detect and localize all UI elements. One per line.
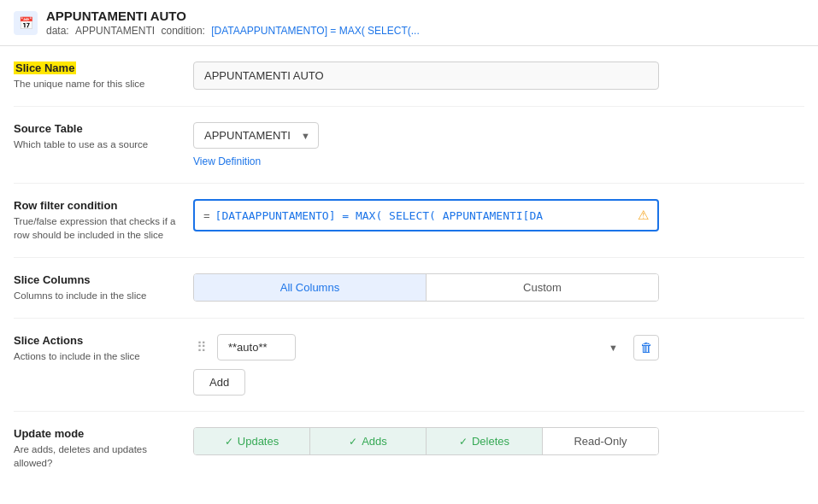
slice-actions-item-row: ⠿ **auto** ▼ 🗑: [193, 334, 659, 360]
add-action-btn[interactable]: Add: [193, 369, 245, 396]
slice-actions-control: ⠿ **auto** ▼ 🗑 Add: [193, 334, 804, 396]
page-subtitle: data: APPUNTAMENTI condition: [DATAAPPUN…: [46, 25, 420, 37]
slice-columns-label: Slice Columns: [14, 273, 179, 286]
row-filter-control: = [DATAAPPUNTAMENTO] = MAX( SELECT( APPU…: [193, 199, 804, 231]
slice-name-input[interactable]: [193, 62, 659, 90]
slice-name-label-col: Slice Name The unique name for this slic…: [14, 62, 193, 91]
slice-name-label: Slice Name: [14, 62, 179, 74]
custom-columns-btn[interactable]: Custom: [427, 274, 658, 301]
updates-label: Updates: [238, 435, 279, 448]
updates-btn[interactable]: ✓ Updates: [194, 428, 310, 454]
adds-btn[interactable]: ✓ Adds: [310, 428, 427, 454]
slice-actions-label-col: Slice Actions Actions to include in the …: [14, 334, 193, 363]
slice-columns-desc: Columns to include in the slice: [14, 289, 179, 302]
slice-name-desc: The unique name for this slice: [14, 77, 179, 91]
source-table-label: Source Table: [14, 122, 179, 135]
row-filter-label: Row filter condition: [14, 199, 179, 212]
row-filter-label-col: Row filter condition True/false expressi…: [14, 199, 193, 242]
source-table-control: APPUNTAMENTI ▼ View Definition: [193, 122, 804, 167]
slice-name-row: Slice Name The unique name for this slic…: [14, 46, 804, 107]
slice-actions-label: Slice Actions: [14, 334, 179, 347]
slice-name-highlight: Slice Name: [14, 62, 76, 74]
header-content: APPUNTAMENTI AUTO data: APPUNTAMENTI con…: [46, 9, 420, 37]
view-definition-link[interactable]: View Definition: [193, 155, 804, 167]
slice-columns-control: All Columns Custom: [193, 273, 804, 302]
all-columns-btn[interactable]: All Columns: [194, 274, 427, 301]
update-mode-toggle-group: ✓ Updates ✓ Adds ✓ Deletes Read-Only: [193, 427, 659, 455]
deletes-check-icon: ✓: [459, 436, 468, 448]
update-mode-row: Update mode Are adds, deletes and update…: [14, 412, 804, 485]
filter-expression-box[interactable]: = [DATAAPPUNTAMENTO] = MAX( SELECT( APPU…: [193, 199, 659, 231]
filter-warning-icon: ⚠: [638, 208, 649, 223]
action-select-arrow-icon: ▼: [609, 343, 618, 353]
adds-check-icon: ✓: [349, 436, 357, 448]
source-table-label-col: Source Table Which table to use as a sou…: [14, 122, 193, 151]
subtitle-table-value: APPUNTAMENTI: [75, 25, 155, 37]
action-select-wrapper: **auto** ▼: [217, 334, 627, 360]
slice-columns-toggle-group: All Columns Custom: [193, 273, 659, 302]
update-mode-desc: Are adds, deletes and updates allowed?: [14, 442, 179, 470]
filter-code-text: [DATAAPPUNTAMENTO] = MAX( SELECT( APPUNT…: [215, 209, 633, 222]
subtitle-expr-value: [DATAAPPUNTAMENTO] = MAX( SELECT(...: [211, 25, 419, 37]
slice-name-control: [193, 62, 804, 90]
slice-columns-label-col: Slice Columns Columns to include in the …: [14, 273, 193, 302]
calendar-icon: 📅: [14, 11, 38, 35]
deletes-btn[interactable]: ✓ Deletes: [427, 428, 543, 454]
source-table-desc: Which table to use as a source: [14, 138, 179, 151]
read-only-label: Read-Only: [574, 435, 627, 448]
trash-icon: 🗑: [640, 340, 653, 355]
slice-actions-row: Slice Actions Actions to include in the …: [14, 319, 804, 412]
updates-check-icon: ✓: [225, 436, 233, 448]
main-form: Slice Name The unique name for this slic…: [0, 46, 818, 500]
subtitle-condition-key: condition:: [162, 25, 205, 37]
action-select[interactable]: **auto**: [217, 334, 296, 360]
update-mode-label: Update mode: [14, 427, 179, 440]
filter-eq-sign: =: [203, 209, 210, 222]
delete-action-btn[interactable]: 🗑: [633, 335, 659, 360]
source-table-select-wrapper: APPUNTAMENTI ▼: [193, 122, 319, 149]
read-only-btn[interactable]: Read-Only: [543, 428, 658, 454]
slice-columns-row: Slice Columns Columns to include in the …: [14, 258, 804, 319]
page-title: APPUNTAMENTI AUTO: [46, 9, 420, 23]
page-header: 📅 APPUNTAMENTI AUTO data: APPUNTAMENTI c…: [0, 0, 818, 46]
drag-handle-icon[interactable]: ⠿: [193, 339, 210, 355]
row-filter-row: Row filter condition True/false expressi…: [14, 184, 804, 258]
row-filter-desc: True/false expression that checks if a r…: [14, 214, 179, 242]
update-mode-control: ✓ Updates ✓ Adds ✓ Deletes Read-Only: [193, 427, 804, 455]
subtitle-data-key: data:: [46, 25, 69, 37]
slice-actions-desc: Actions to include in the slice: [14, 349, 179, 363]
update-mode-label-col: Update mode Are adds, deletes and update…: [14, 427, 193, 470]
source-table-select[interactable]: APPUNTAMENTI: [193, 122, 319, 149]
adds-label: Adds: [362, 435, 387, 448]
source-table-row: Source Table Which table to use as a sou…: [14, 107, 804, 184]
deletes-label: Deletes: [472, 435, 509, 448]
